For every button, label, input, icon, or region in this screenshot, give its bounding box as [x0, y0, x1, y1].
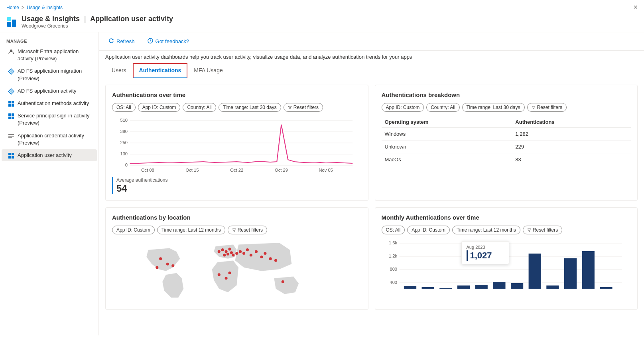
sidebar-item-app-credential[interactable]: Application credential activity (Preview… [2, 130, 97, 149]
chip-country[interactable]: Country: All [183, 103, 216, 112]
svg-point-62 [274, 259, 277, 262]
svg-point-41 [159, 257, 162, 260]
svg-rect-1 [12, 20, 16, 27]
person-icon [8, 49, 14, 55]
svg-point-66 [282, 280, 284, 283]
grid3-icon [8, 153, 14, 159]
auth-over-time-filters: OS: All App ID: Custom Country: All Time… [112, 103, 362, 112]
filter-icon-3 [232, 228, 236, 232]
diamond2-icon [8, 88, 14, 95]
svg-rect-15 [12, 117, 14, 119]
svg-point-61 [269, 257, 272, 260]
count-windows: 1,282 [512, 128, 631, 141]
svg-text:Oct 08: Oct 08 [141, 168, 154, 172]
sidebar-item-app-credential-label: Application credential activity (Preview… [18, 132, 91, 147]
svg-point-53 [235, 252, 238, 255]
svg-rect-9 [12, 101, 14, 103]
svg-text:130: 130 [120, 152, 128, 156]
svg-rect-0 [7, 22, 11, 27]
svg-point-51 [230, 251, 233, 254]
chip-timerange[interactable]: Time range: Last 30 days [219, 103, 281, 112]
svg-point-46 [221, 248, 224, 251]
svg-point-63 [218, 273, 221, 276]
page-subtitle: Woodgrove Groceries [22, 23, 173, 29]
svg-point-48 [228, 248, 231, 250]
card-auth-breakdown-title: Authentications breakdown [382, 91, 631, 98]
refresh-label: Refresh [116, 38, 135, 44]
chip-location-appid[interactable]: App ID: Custom [112, 226, 155, 234]
os-macos: MacOs [382, 153, 512, 166]
count-unknown: 229 [512, 141, 631, 153]
reset-filters-btn-2[interactable]: Reset filters [527, 103, 567, 112]
card-auth-breakdown: Authentications breakdown App ID: Custom… [375, 85, 638, 201]
auth-over-time-chart: 510 380 250 130 0 Oct 08 Oct 15 Oct 22 O… [112, 117, 362, 172]
close-button[interactable]: × [633, 3, 638, 12]
chip-breakdown-appid[interactable]: App ID: Custom [382, 103, 424, 112]
grid2-icon [8, 113, 14, 119]
count-macos: 83 [512, 153, 631, 166]
svg-rect-85 [582, 251, 594, 289]
svg-rect-8 [8, 101, 11, 103]
chart-tooltip: Aug 2023 1,027 [461, 241, 509, 264]
tab-authentications[interactable]: Authentications [133, 63, 188, 78]
sidebar-item-ad-fs-activity-label: AD FS application activity [18, 87, 76, 95]
col-os: Operating system [382, 117, 512, 128]
filter-icon-4 [527, 228, 531, 232]
tab-mfa[interactable]: MFA Usage [187, 63, 229, 78]
reset-filters-btn-1[interactable]: Reset filters [284, 103, 323, 112]
svg-point-58 [255, 250, 258, 253]
reset-filters-btn-4[interactable]: Reset filters [523, 226, 562, 234]
breadcrumb-home[interactable]: Home [6, 5, 19, 10]
reset-label-3: Reset filters [238, 227, 263, 233]
svg-marker-5 [10, 70, 13, 73]
svg-rect-14 [8, 117, 11, 119]
svg-rect-76 [421, 287, 434, 289]
svg-point-59 [260, 256, 263, 258]
sidebar-item-ad-fs-activity[interactable]: AD FS application activity [2, 85, 97, 97]
sidebar-item-service-principal[interactable]: Service principal sign-in activity (Prev… [2, 110, 97, 129]
svg-point-52 [232, 254, 234, 256]
svg-point-54 [239, 250, 242, 253]
card-auth-by-location: Authentications by location App ID: Cust… [105, 207, 368, 310]
feedback-button[interactable]: Got feedback? [144, 36, 193, 46]
sidebar-item-ad-fs-migration[interactable]: AD FS application migration (Preview) [2, 65, 97, 84]
svg-rect-78 [457, 285, 469, 289]
main-content: Refresh Got feedback? Application user a… [99, 32, 644, 335]
svg-rect-86 [600, 287, 612, 289]
sidebar-item-ms-entra[interactable]: Microsoft Entra application activity (Pr… [2, 46, 97, 65]
avg-value: 54 [116, 183, 362, 194]
svg-rect-19 [8, 153, 11, 155]
svg-point-60 [264, 252, 266, 255]
svg-point-64 [225, 277, 228, 280]
chip-breakdown-country[interactable]: Country: All [426, 103, 459, 112]
card-auth-over-time: Authentications over time OS: All App ID… [105, 85, 368, 201]
chip-monthly-appid[interactable]: App ID: Custom [407, 226, 450, 234]
svg-marker-7 [10, 90, 13, 93]
svg-rect-11 [12, 104, 14, 107]
chip-monthly-timerange[interactable]: Time range: Last 12 months [452, 226, 520, 234]
chip-monthly-os[interactable]: OS: All [382, 226, 405, 234]
chip-os[interactable]: OS: All [112, 103, 136, 112]
sidebar-item-auth-methods[interactable]: Authentication methods activity [2, 97, 97, 109]
chip-location-timerange[interactable]: Time range: Last 12 months [157, 226, 225, 234]
svg-rect-77 [439, 288, 452, 289]
svg-rect-80 [493, 282, 505, 289]
chip-breakdown-timerange[interactable]: Time range: Last 30 days [462, 103, 525, 112]
refresh-button[interactable]: Refresh [105, 36, 138, 46]
svg-point-50 [226, 253, 229, 256]
sidebar-section-manage: Manage [0, 36, 98, 45]
col-auth: Authentications [512, 117, 631, 128]
table-row: MacOs 83 [382, 153, 631, 166]
lines-icon [8, 133, 14, 139]
sidebar-item-app-user-activity[interactable]: Application user activity [2, 149, 97, 161]
svg-text:Oct 22: Oct 22 [230, 168, 243, 172]
svg-point-47 [225, 250, 228, 253]
tab-users[interactable]: Users [105, 63, 133, 78]
monthly-bar-chart: Aug 2023 1,027 1.6k 1.2k [382, 239, 631, 295]
chip-appid[interactable]: App ID: Custom [138, 103, 181, 112]
page-description: Application user activity dashboards hel… [99, 51, 644, 63]
reset-filters-btn-3[interactable]: Reset filters [228, 226, 267, 234]
cards-grid: Authentications over time OS: All App ID… [99, 78, 644, 316]
svg-point-65 [228, 272, 231, 274]
world-map [112, 239, 362, 303]
